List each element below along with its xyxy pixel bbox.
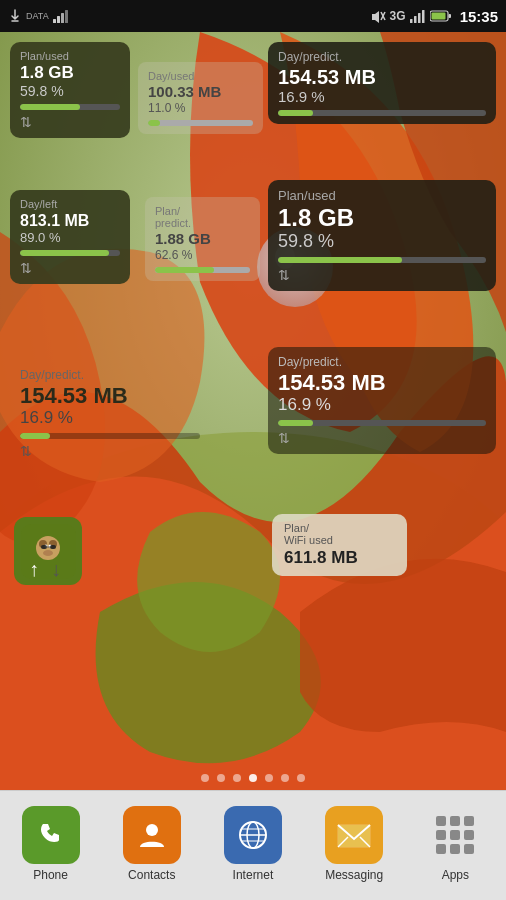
page-dot-6[interactable]: [281, 774, 289, 782]
svg-rect-47: [464, 844, 474, 854]
phone-label: Phone: [33, 868, 68, 882]
messaging-label: Messaging: [325, 868, 383, 882]
page-dot-4[interactable]: [249, 774, 257, 782]
svg-rect-45: [436, 844, 446, 854]
svg-rect-2: [61, 13, 64, 23]
apps-svg: [429, 809, 481, 861]
status-left-icons: DATA: [8, 9, 71, 23]
svg-rect-41: [464, 816, 474, 826]
page-dot-3[interactable]: [233, 774, 241, 782]
svg-rect-39: [436, 816, 446, 826]
svg-rect-12: [431, 13, 445, 20]
page-dot-2[interactable]: [217, 774, 225, 782]
svg-point-16: [275, 245, 295, 269]
svg-rect-8: [418, 13, 421, 23]
signal-bars-icon: [410, 9, 426, 23]
svg-rect-9: [422, 10, 425, 23]
battery-icon: [430, 10, 452, 22]
status-bar: DATA 3G 15:35: [0, 0, 506, 32]
network-type: 3G: [390, 9, 406, 23]
status-time: 15:35: [460, 8, 498, 25]
usb-icon: [8, 9, 22, 23]
contacts-icon[interactable]: [123, 806, 181, 864]
page-dot-5[interactable]: [265, 774, 273, 782]
internet-label: Internet: [233, 868, 274, 882]
dock-item-internet[interactable]: Internet: [208, 806, 298, 882]
page-dot-7[interactable]: [297, 774, 305, 782]
svg-rect-1: [57, 16, 60, 23]
internet-svg: [237, 819, 269, 851]
svg-rect-40: [450, 816, 460, 826]
page-dot-1[interactable]: [201, 774, 209, 782]
svg-rect-7: [414, 16, 417, 23]
bottom-dock: Phone Contacts Internet: [0, 790, 506, 900]
phone-svg: [35, 819, 67, 851]
contacts-label: Contacts: [128, 868, 175, 882]
data-label: DATA: [26, 11, 49, 21]
svg-rect-43: [450, 830, 460, 840]
internet-icon[interactable]: [224, 806, 282, 864]
svg-rect-3: [65, 10, 68, 23]
status-right-icons: 3G 15:35: [370, 8, 498, 25]
dock-item-contacts[interactable]: Contacts: [107, 806, 197, 882]
dock-item-apps[interactable]: Apps: [410, 806, 500, 882]
apps-label: Apps: [442, 868, 469, 882]
signal-icon: [53, 9, 71, 23]
phone-icon[interactable]: [22, 806, 80, 864]
svg-point-15: [257, 227, 333, 307]
svg-rect-11: [448, 14, 451, 18]
apps-icon[interactable]: [426, 806, 484, 864]
svg-rect-0: [53, 19, 56, 23]
svg-rect-42: [436, 830, 446, 840]
page-dots: [0, 774, 506, 782]
dock-item-messaging[interactable]: Messaging: [309, 806, 399, 882]
wallpaper: [0, 32, 506, 790]
svg-rect-44: [464, 830, 474, 840]
mute-icon: [370, 9, 386, 23]
svg-point-29: [146, 824, 158, 836]
contacts-svg: [136, 819, 168, 851]
dock-item-phone[interactable]: Phone: [6, 806, 96, 882]
svg-rect-6: [410, 19, 413, 23]
svg-rect-46: [450, 844, 460, 854]
messaging-svg: [336, 819, 372, 851]
messaging-icon[interactable]: [325, 806, 383, 864]
